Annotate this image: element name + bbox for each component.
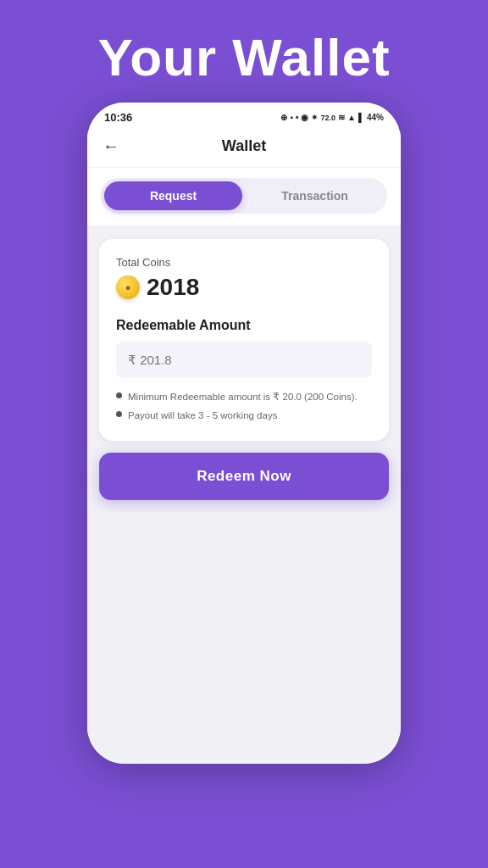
status-icons: ⊕ ▪ • ◉ ✴ 72.0 ≋ ▲ ▌ 44% — [280, 113, 384, 122]
tab-request[interactable]: Request — [104, 181, 242, 210]
app-header: ← Wallet — [87, 129, 401, 168]
signal-icon: ▲ — [347, 113, 356, 122]
back-button[interactable]: ← — [103, 136, 119, 156]
page-heading: Your Wallet — [0, 27, 488, 87]
coins-value: 2018 — [147, 274, 199, 301]
redeem-now-button[interactable]: Redeem Now — [99, 453, 389, 500]
note-text-2: Payout will take 3 - 5 working days — [128, 409, 277, 422]
note-item-1: Minimum Redeemable amount is ₹ 20.0 (200… — [116, 390, 372, 403]
wifi-icon: ≋ — [338, 113, 345, 122]
total-coins-label: Total Coins — [116, 256, 372, 269]
wallet-card: Total Coins ● 2018 Redeemable Amount Min… — [99, 239, 389, 441]
coin-symbol: ● — [125, 282, 131, 292]
alarm-icon: ◉ — [301, 113, 308, 122]
tabs-container: Request Transaction — [87, 168, 401, 225]
phone-shell: 10:36 ⊕ ▪ • ◉ ✴ 72.0 ≋ ▲ ▌ 44% ← Wallet … — [87, 103, 401, 764]
lock-icon: ▪ — [290, 113, 293, 122]
status-bar: 10:36 ⊕ ▪ • ◉ ✴ 72.0 ≋ ▲ ▌ 44% — [87, 103, 401, 129]
bottom-spacer — [99, 512, 389, 750]
content-area: Total Coins ● 2018 Redeemable Amount Min… — [87, 225, 401, 764]
note-text-1: Minimum Redeemable amount is ₹ 20.0 (200… — [128, 390, 358, 403]
notes-section: Minimum Redeemable amount is ₹ 20.0 (200… — [116, 390, 372, 422]
data-speed-icon: 72.0 — [320, 114, 336, 122]
redeemable-label: Redeemable Amount — [116, 318, 372, 333]
battery-icon: ▌ — [358, 113, 364, 122]
coins-row: ● 2018 — [116, 274, 372, 301]
tab-transaction[interactable]: Transaction — [246, 181, 384, 210]
tabs-wrapper: Request Transaction — [101, 178, 387, 214]
note-item-2: Payout will take 3 - 5 working days — [116, 409, 372, 422]
bluetooth-icon: ✴ — [311, 113, 318, 122]
amount-input[interactable] — [116, 342, 372, 378]
coin-icon: ● — [116, 275, 140, 299]
bullet-icon-1 — [116, 392, 122, 398]
battery-percent: 44% — [367, 113, 384, 122]
dot-icon: • — [296, 113, 299, 122]
header-title: Wallet — [222, 137, 266, 155]
status-time: 10:36 — [104, 111, 132, 124]
bullet-icon-2 — [116, 411, 122, 417]
whatsapp-icon: ⊕ — [280, 113, 287, 122]
